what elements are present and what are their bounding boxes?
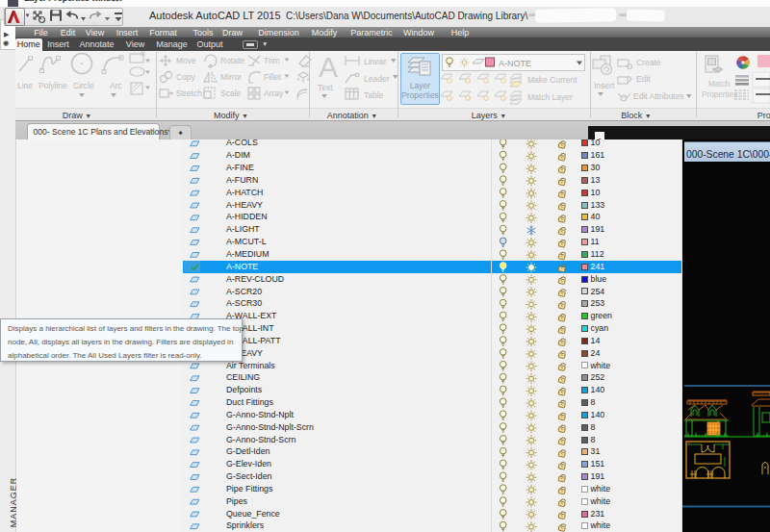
svg-text:Arc: Arc [110,81,123,90]
svg-text:Line: Line [17,81,33,90]
svg-text:Mirror: Mirror [220,72,242,82]
svg-text:Edit Attributes: Edit Attributes [633,91,683,101]
svg-text:Scale: Scale [220,89,242,98]
svg-text:Leader: Leader [364,74,390,84]
svg-text:Properties: Properties [702,90,737,99]
svg-text:Edit: Edit [636,74,651,84]
svg-text:Array: Array [264,89,284,98]
svg-text:Polyline: Polyline [38,81,67,90]
svg-text:Fillet: Fillet [264,72,282,82]
svg-text:Rotate: Rotate [220,56,244,65]
svg-text:Create: Create [636,58,661,67]
svg-text:Linear: Linear [364,57,387,66]
svg-text:Make Current: Make Current [527,75,578,85]
svg-text:Copy: Copy [176,72,196,82]
svg-text:Match: Match [708,80,731,89]
svg-text:Match Layer: Match Layer [527,92,573,102]
svg-text:Insert: Insert [594,81,615,90]
svg-text:A-NOTE: A-NOTE [499,58,531,67]
svg-text:Trim: Trim [264,56,280,65]
svg-text:Table: Table [364,90,384,100]
svg-text:A: A [319,51,338,83]
svg-text:Stretch: Stretch [176,89,202,98]
svg-text:Circle: Circle [73,81,94,90]
svg-text:Move: Move [176,56,196,65]
svg-text:Text: Text [318,83,333,92]
